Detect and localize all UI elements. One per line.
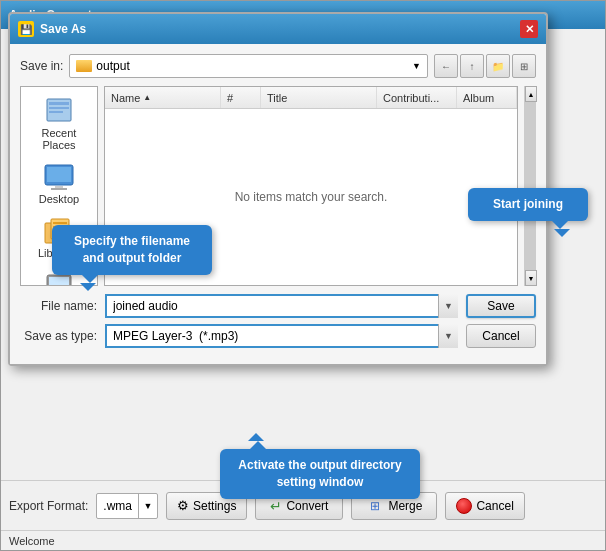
tooltip-output-directory: Activate the output directory setting wi… [220, 449, 420, 499]
new-folder-button[interactable]: 📁 [486, 54, 510, 78]
dialog-title-icon: 💾 [18, 21, 34, 37]
cancel-red-icon [456, 498, 472, 514]
save-button[interactable]: Save [466, 294, 536, 318]
export-format-label: Export Format: [9, 499, 88, 513]
savetype-row: Save as type: ▼ Cancel [20, 324, 536, 348]
dialog-close-button[interactable]: ✕ [520, 20, 538, 38]
savetype-dropdown[interactable]: ▼ [438, 324, 458, 348]
column-name[interactable]: Name ▲ [105, 87, 221, 108]
view-button[interactable]: ⊞ [512, 54, 536, 78]
savetype-label: Save as type: [20, 329, 105, 343]
sort-arrow: ▲ [143, 93, 151, 102]
dialog-titlebar: 💾 Save As ✕ [10, 14, 546, 44]
status-text: Welcome [9, 535, 55, 547]
dialog-title: Save As [40, 22, 86, 36]
svg-rect-13 [49, 277, 69, 286]
column-hash[interactable]: # [221, 87, 261, 108]
back-button[interactable]: ← [434, 54, 458, 78]
nav-item-recent[interactable]: Recent Places [24, 93, 94, 155]
savetype-input[interactable] [105, 324, 458, 348]
merge-label: Merge [388, 499, 422, 513]
filename-label: File name: [20, 299, 105, 313]
filename-input[interactable] [105, 294, 458, 318]
dialog-body: Save in: output ▼ ← ↑ 📁 ⊞ [10, 44, 546, 364]
savetype-input-wrap: ▼ [105, 324, 458, 348]
column-album[interactable]: Album [457, 87, 517, 108]
svg-rect-3 [49, 111, 63, 113]
gear-icon: ⚙ [177, 498, 189, 513]
desktop-icon [43, 163, 75, 191]
status-bar: Welcome [1, 530, 605, 550]
scroll-down-button[interactable]: ▼ [525, 270, 537, 286]
save-as-dialog: 💾 Save As ✕ Save in: output ▼ ← ↑ 📁 ⊞ [8, 12, 548, 366]
scroll-up-button[interactable]: ▲ [525, 86, 537, 102]
recent-places-icon [43, 97, 75, 125]
svg-rect-5 [47, 167, 71, 182]
cancel-dialog-button[interactable]: Cancel [466, 324, 536, 348]
save-in-row: Save in: output ▼ ← ↑ 📁 ⊞ [20, 54, 536, 78]
column-title[interactable]: Title [261, 87, 377, 108]
filename-row: File name: ▼ Save [20, 294, 536, 318]
column-contribution[interactable]: Contributi... [377, 87, 457, 108]
toolbar-buttons: ← ↑ 📁 ⊞ [434, 54, 536, 78]
svg-rect-10 [53, 222, 67, 224]
tooltip-filename: Specify the filename and output folder [52, 225, 212, 275]
save-in-value: output [96, 59, 408, 73]
filename-dropdown[interactable]: ▼ [438, 294, 458, 318]
dialog-title-section: 💾 Save As [18, 21, 86, 37]
nav-recent-label: Recent Places [28, 127, 90, 151]
cancel-main-button[interactable]: Cancel [445, 492, 524, 520]
save-in-dropdown-arrow[interactable]: ▼ [412, 61, 421, 71]
settings-label: Settings [193, 499, 236, 513]
convert-arrow-icon: ↵ [270, 498, 282, 514]
save-in-label: Save in: [20, 59, 63, 73]
nav-item-desktop[interactable]: Desktop [24, 159, 94, 209]
tooltip-save: Start joining [468, 188, 588, 221]
scrollbar[interactable]: ▲ ▼ [524, 86, 536, 286]
merge-icon: ⊞ [366, 499, 384, 513]
convert-label: Convert [286, 499, 328, 513]
file-list-header: Name ▲ # Title Contributi... Album [105, 87, 517, 109]
filename-input-wrap: ▼ [105, 294, 458, 318]
svg-rect-7 [51, 188, 67, 190]
scroll-thumb[interactable] [525, 102, 536, 270]
save-in-combo[interactable]: output ▼ [69, 54, 428, 78]
export-format-combo[interactable]: .wma ▼ [96, 493, 158, 519]
export-format-value: .wma [97, 494, 139, 518]
export-format-dropdown-arrow[interactable]: ▼ [139, 494, 157, 518]
svg-rect-1 [49, 102, 69, 105]
svg-rect-2 [49, 107, 69, 109]
up-button[interactable]: ↑ [460, 54, 484, 78]
cancel-main-label: Cancel [476, 499, 513, 513]
folder-icon [76, 60, 92, 72]
nav-desktop-label: Desktop [39, 193, 79, 205]
